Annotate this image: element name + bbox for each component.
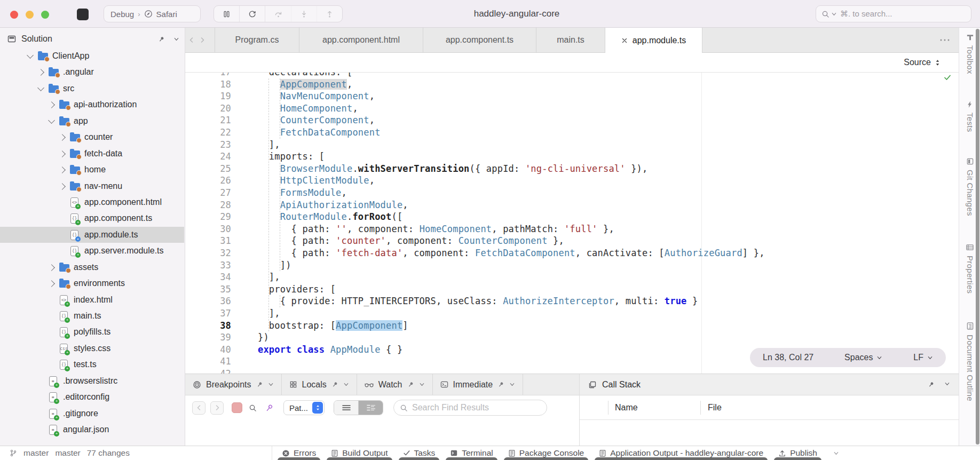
tree-item-api-authorization[interactable]: api-authorization	[0, 97, 184, 113]
chevron-down-icon[interactable]	[419, 382, 425, 387]
zoom-window-button[interactable]	[41, 11, 49, 19]
tree-item-app.server.module.ts[interactable]: {}+app.server.module.ts	[0, 243, 184, 259]
close-window-button[interactable]	[10, 11, 18, 19]
flat-list-view-button[interactable]	[334, 401, 359, 415]
code-line-32[interactable]: 32 { path: 'fetch-data', component: Fetc…	[185, 247, 959, 259]
statusbar-item-publish[interactable]: Publish	[778, 446, 817, 460]
code-line-36[interactable]: 36 { provide: HTTP_INTERCEPTORS, useClas…	[185, 295, 959, 307]
column-divider[interactable]	[700, 401, 701, 415]
view-mode-label[interactable]: Source	[904, 58, 931, 67]
code-area[interactable]: Ln 38, Col 27 Spaces LF 17 declarations:…	[185, 28, 959, 374]
chevron-right-icon[interactable]	[48, 280, 55, 287]
code-line-22[interactable]: 22 FetchDataComponent	[185, 126, 959, 139]
stop-debug-button[interactable]	[77, 9, 89, 20]
pause-icon[interactable]	[214, 6, 240, 22]
code-line-28[interactable]: 28 ApiAuthorizationModule,	[185, 199, 959, 211]
global-search-input[interactable]: ⌘. to search...	[816, 5, 971, 22]
tab-app.component.ts[interactable]: app.component.ts	[423, 28, 536, 52]
code-line-42[interactable]: 42	[185, 368, 959, 374]
code-line-34[interactable]: 34 ],	[185, 271, 959, 283]
chevron-down-icon[interactable]	[48, 117, 55, 124]
tree-item-app.component.ts[interactable]: {}+app.component.ts	[0, 210, 184, 226]
chevron-down-icon[interactable]	[27, 52, 34, 59]
chevron-down-icon[interactable]	[268, 382, 274, 387]
code-line-33[interactable]: 33 ])	[185, 259, 959, 272]
more-tabs-button[interactable]	[939, 28, 950, 52]
code-line-18[interactable]: 18 AppComponent,	[185, 78, 959, 91]
code-line-40[interactable]: 40export class AppModule { }	[185, 344, 959, 356]
tab-immediate[interactable]: Immediate	[433, 374, 524, 395]
tab-locals[interactable]: Locals	[282, 374, 357, 395]
step-out-icon[interactable]	[317, 6, 342, 22]
tab-watch[interactable]: Watch	[357, 374, 433, 395]
tree-item-.angular[interactable]: .angular	[0, 64, 184, 80]
statusbar-item-terminal[interactable]: Terminal	[450, 446, 493, 460]
tree-item-styles.css[interactable]: css+styles.css	[0, 340, 184, 356]
run-configuration-picker[interactable]: Debug › Safari	[104, 5, 201, 22]
tree-item-counter[interactable]: counter	[0, 129, 184, 145]
code-line-39[interactable]: 39})	[185, 331, 959, 344]
tree-item-.browserslistrc[interactable]: ≡+.browserslistrc	[0, 373, 184, 389]
chevron-down-icon[interactable]	[944, 381, 950, 388]
chevron-down-icon[interactable]	[509, 382, 515, 387]
code-line-24[interactable]: 24 imports: [	[185, 150, 959, 163]
statusbar-item-package-console[interactable]: Package Console	[508, 446, 584, 460]
search-icon[interactable]	[247, 404, 258, 412]
tree-item-fetch-data[interactable]: fetch-data	[0, 146, 184, 162]
code-line-37[interactable]: 37 ],	[185, 307, 959, 320]
chevron-down-icon[interactable]	[37, 84, 44, 91]
pin-icon[interactable]	[407, 381, 414, 388]
tree-item-.gitignore[interactable]: ≡+.gitignore	[0, 406, 184, 422]
chevron-right-icon[interactable]	[48, 101, 55, 108]
git-status[interactable]: master master 77 changes	[10, 446, 130, 460]
code-line-25[interactable]: 25 BrowserModule.withServerTransition({ …	[185, 163, 959, 175]
navigate-forward-button[interactable]	[199, 37, 206, 43]
pin-icon[interactable]	[928, 381, 935, 388]
chevron-right-icon[interactable]	[59, 150, 66, 157]
statusbar-item-errors[interactable]: Errors	[282, 446, 316, 460]
code-line-27[interactable]: 27 FormsModule,	[185, 187, 959, 199]
tree-item-test.ts[interactable]: {}+test.ts	[0, 356, 184, 372]
previous-result-button[interactable]	[192, 401, 206, 415]
tree-item-angular.json[interactable]: ≡+angular.json	[0, 422, 184, 438]
restart-icon[interactable]	[240, 6, 265, 22]
code-line-38[interactable]: 38 bootstrap: [AppComponent]	[185, 320, 959, 332]
highlight-color-swatch[interactable]	[232, 402, 242, 413]
chevron-down-icon[interactable]	[833, 450, 839, 456]
editor-scrollbar[interactable]	[976, 29, 979, 445]
tab-app.component.html[interactable]: app.component.html	[299, 28, 423, 52]
pin-icon[interactable]	[497, 381, 504, 388]
next-result-button[interactable]	[210, 401, 224, 415]
tree-item-environments[interactable]: environments	[0, 275, 184, 291]
code-line-41[interactable]: 41	[185, 355, 959, 368]
tree-item-src[interactable]: src	[0, 81, 184, 97]
chevron-down-icon[interactable]	[343, 382, 349, 387]
chevron-right-icon[interactable]	[37, 69, 44, 76]
code-line-23[interactable]: 23 ],	[185, 139, 959, 151]
pin-icon[interactable]	[256, 381, 263, 388]
view-mode-updown-icon[interactable]	[935, 59, 941, 67]
tree-item-home[interactable]: home	[0, 162, 184, 178]
tab-breakpoints[interactable]: Breakpoints	[185, 374, 282, 395]
statusbar-item-tasks[interactable]: Tasks	[403, 446, 436, 460]
tree-item-.editorconfig[interactable]: ≡+.editorconfig	[0, 389, 184, 405]
chevron-right-icon[interactable]	[59, 183, 66, 190]
chevron-right-icon[interactable]	[59, 166, 66, 173]
chevron-right-icon[interactable]	[48, 264, 55, 271]
tree-item-app.component.html[interactable]: <>+app.component.html	[0, 194, 184, 210]
tree-item-assets[interactable]: assets	[0, 259, 184, 275]
code-line-30[interactable]: 30 { path: '', component: HomeComponent,…	[185, 223, 959, 235]
tree-item-polyfills.ts[interactable]: {}+polyfills.ts	[0, 324, 184, 340]
step-into-icon[interactable]	[291, 6, 317, 22]
column-header-file[interactable]: File	[708, 395, 722, 420]
column-header-name[interactable]: Name	[615, 395, 638, 420]
code-line-20[interactable]: 20 HomeComponent,	[185, 102, 959, 115]
statusbar-item-application-output-haddley-angular-core[interactable]: Application Output - haddley-angular-cor…	[599, 446, 763, 460]
tree-item-main.ts[interactable]: {}+main.ts	[0, 308, 184, 324]
code-line-31[interactable]: 31 { path: 'counter', component: Counter…	[185, 235, 959, 247]
close-tab-icon[interactable]	[621, 37, 628, 44]
pin-icon[interactable]	[158, 36, 165, 43]
tab-app.module.ts[interactable]: app.module.ts	[605, 28, 702, 53]
tree-item-index.html[interactable]: <>+index.html	[0, 292, 184, 308]
tab-Program.cs[interactable]: Program.cs	[215, 28, 299, 52]
